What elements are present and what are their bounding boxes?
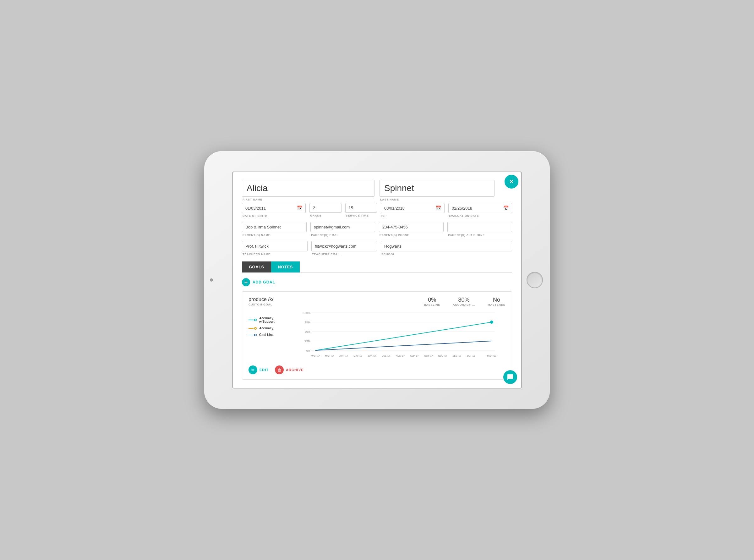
svg-text:SEP '17: SEP '17: [410, 355, 419, 357]
edit-label: EDIT: [260, 368, 269, 372]
parents-email-label: PARENT(S) EMAIL: [310, 234, 375, 237]
service-time-label: SERVICE TIME: [345, 214, 377, 217]
chart-area: Accuracyw/Support Accuracy: [248, 310, 506, 362]
edit-button[interactable]: ✏ EDIT: [248, 365, 269, 374]
eval-date-label: EVALUATION DATE: [448, 214, 512, 218]
svg-text:75%: 75%: [305, 321, 310, 324]
chat-icon: [507, 374, 514, 381]
legend-dash-accuracy: [248, 328, 253, 329]
parents-alt-phone-input[interactable]: [447, 222, 512, 232]
school-field: SCHOOL: [381, 241, 512, 256]
goal-stats: 0% BASELINE 80% ACCURACY ... No MASTERED: [424, 297, 506, 306]
goal-sub-label: CUSTOM GOAL: [248, 303, 273, 306]
dob-input[interactable]: [245, 206, 296, 211]
actions-row: ✏ EDIT 🗑 ARCHIVE: [248, 365, 506, 374]
svg-text:APR '17: APR '17: [339, 355, 348, 357]
tab-goals[interactable]: GOALS: [242, 261, 271, 273]
teacher-name-input[interactable]: [242, 241, 308, 252]
chart-legend: Accuracyw/Support Accuracy: [248, 310, 286, 362]
parents-phone-field: PARENT(S) PHONE: [379, 222, 444, 237]
legend-label-goal: Goal Line: [259, 333, 273, 337]
ipad-screen: × FIRST NAME LAST NAME 📅: [232, 172, 522, 388]
service-time-field: SERVICE TIME: [345, 203, 377, 217]
grade-input[interactable]: [313, 205, 338, 210]
eval-calendar-icon[interactable]: 📅: [503, 205, 509, 211]
svg-text:DEC '17: DEC '17: [452, 355, 461, 357]
parents-alt-phone-field: PARENT(S) ALT PHONE: [447, 222, 512, 237]
svg-text:25%: 25%: [305, 340, 310, 343]
grade-field: GRADE: [309, 203, 342, 217]
svg-text:NOV '17: NOV '17: [438, 355, 447, 357]
add-goal-row[interactable]: + ADD GOAL: [242, 278, 512, 286]
chat-button[interactable]: [503, 370, 517, 384]
baseline-label: BASELINE: [424, 303, 440, 306]
info-row-1: 📅 DATE OF BIRTH GRADE SERVICE TIME: [242, 203, 512, 218]
mastered-label: MASTERED: [488, 303, 506, 306]
svg-text:MAR '17: MAR '17: [311, 355, 320, 357]
first-name-label: FIRST NAME: [242, 198, 374, 201]
parents-email-field: PARENT(S) EMAIL: [310, 222, 375, 237]
name-row: FIRST NAME LAST NAME: [242, 180, 512, 201]
svg-text:JAN '18: JAN '18: [467, 355, 475, 357]
close-button[interactable]: ×: [505, 175, 518, 188]
accuracy-label: ACCURACY ...: [453, 303, 475, 306]
legend-goal-line: Goal Line: [248, 333, 286, 337]
teacher-email-input[interactable]: [311, 241, 377, 252]
legend-dot-accuracy: [254, 327, 257, 329]
legend-accuracy-support: Accuracyw/Support: [248, 317, 286, 323]
svg-text:0%: 0%: [306, 349, 310, 352]
add-goal-icon: +: [242, 278, 250, 286]
legend-dash-goal: [248, 335, 253, 335]
first-name-input[interactable]: [242, 180, 374, 197]
eval-date-input[interactable]: [452, 206, 502, 211]
legend-line-goal: [248, 334, 257, 336]
chart-svg-container: 100% 75% 50% 25% 0% MAR: [292, 310, 506, 362]
accuracy-stat: 80% ACCURACY ...: [453, 297, 475, 306]
teacher-row: TEACHERS NAME TEACHERS EMAIL SCHOOL: [242, 241, 512, 256]
parents-phone-input[interactable]: [379, 222, 444, 232]
svg-text:100%: 100%: [303, 312, 310, 315]
service-time-wrapper: [345, 203, 377, 213]
legend-dot-support: [254, 319, 257, 321]
baseline-value: 0%: [424, 297, 440, 303]
svg-text:JUN '17: JUN '17: [368, 355, 376, 357]
svg-text:MAR '17: MAR '17: [325, 355, 334, 357]
legend-accuracy: Accuracy: [248, 326, 286, 330]
ipad-shell: × FIRST NAME LAST NAME 📅: [204, 151, 550, 409]
side-button-left: [210, 278, 213, 282]
archive-icon-circle: 🗑: [275, 365, 284, 374]
teacher-name-field: TEACHERS NAME: [242, 241, 308, 256]
tab-notes[interactable]: NOTES: [271, 261, 300, 273]
dob-wrapper: 📅: [242, 203, 306, 213]
add-goal-text: ADD GOAL: [252, 280, 275, 284]
iep-calendar-icon[interactable]: 📅: [436, 205, 441, 211]
legend-label-accuracy: Accuracy: [259, 326, 273, 330]
teacher-email-field: TEACHERS EMAIL: [311, 241, 377, 256]
eval-date-field: 📅 EVALUATION DATE: [448, 203, 512, 218]
parents-name-input[interactable]: [242, 222, 307, 232]
school-input[interactable]: [381, 241, 512, 252]
svg-text:OCT '17: OCT '17: [424, 355, 433, 357]
archive-button[interactable]: 🗑 ARCHIVE: [275, 365, 304, 374]
dob-label: DATE OF BIRTH: [242, 214, 306, 218]
service-time-input[interactable]: [349, 205, 374, 210]
dob-calendar-icon[interactable]: 📅: [297, 205, 302, 211]
grade-label: GRADE: [309, 214, 342, 217]
accuracy-value: 80%: [453, 297, 475, 303]
baseline-stat: 0% BASELINE: [424, 297, 440, 306]
school-label: SCHOOL: [381, 253, 512, 256]
last-name-label: LAST NAME: [380, 198, 512, 201]
chart-svg: 100% 75% 50% 25% 0% MAR: [292, 310, 506, 360]
parents-email-input[interactable]: [310, 222, 375, 232]
mastered-stat: No MASTERED: [488, 297, 506, 306]
iep-input[interactable]: [384, 206, 434, 211]
eval-date-wrapper: 📅: [448, 203, 512, 213]
chart-dot-support: [490, 321, 493, 324]
iep-label: IEP: [381, 214, 445, 218]
goal-title: produce /k/: [248, 297, 273, 302]
parent-contact-row: PARENT(S) NAME PARENT(S) EMAIL PARENT(S)…: [242, 222, 512, 237]
home-button[interactable]: [527, 272, 543, 288]
parents-alt-phone-label: PARENT(S) ALT PHONE: [447, 234, 512, 237]
last-name-input[interactable]: [380, 180, 494, 197]
teacher-email-label: TEACHERS EMAIL: [311, 253, 377, 256]
